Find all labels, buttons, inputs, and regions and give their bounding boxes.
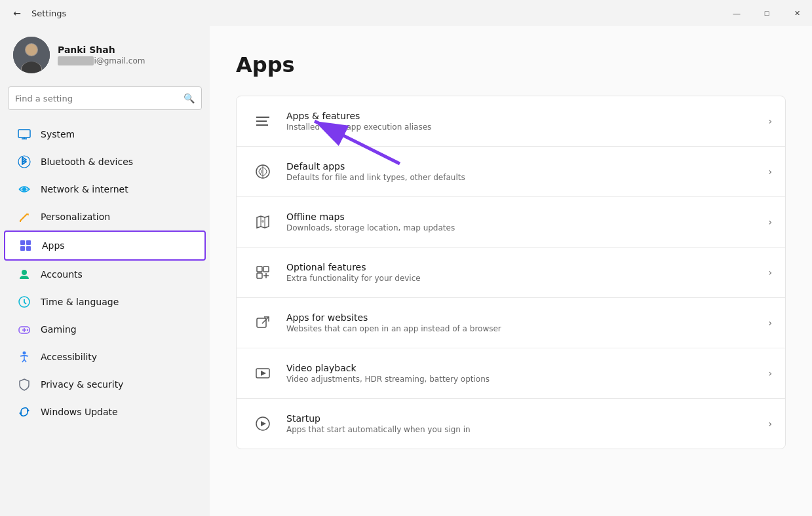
settings-desc-startup: Apps that start automatically when you s… [286,425,768,434]
svg-point-26 [27,329,28,331]
search-box[interactable]: 🔍 [8,86,202,110]
settings-item-startup[interactable]: Startup Apps that start automatically wh… [237,399,785,449]
svg-point-27 [23,352,26,355]
svg-rect-34 [256,120,267,122]
settings-icon-apps-websites [250,310,276,336]
settings-icon-startup [250,411,276,437]
sidebar-item-privacy[interactable]: Privacy & security [4,371,206,398]
svg-rect-15 [20,240,25,245]
nav-icon-personalization [17,210,31,224]
sidebar-item-accessibility[interactable]: Accessibility [4,343,206,371]
svg-rect-18 [26,246,31,251]
close-button[interactable]: ✕ [782,0,812,26]
search-input[interactable] [15,94,178,103]
title-bar: ← Settings — □ ✕ [0,0,812,26]
nav-label-accessibility: Accessibility [41,352,97,362]
settings-title-apps-features: Apps & features [286,111,768,121]
nav-icon-update [17,405,31,419]
settings-desc-offline-maps: Downloads, storage location, map updates [286,223,768,232]
nav-icon-gaming [17,322,31,337]
svg-marker-50 [261,371,266,376]
nav-icon-network [17,182,31,196]
svg-line-30 [24,359,26,362]
chevron-icon-optional-features: › [768,267,772,278]
sidebar-item-time[interactable]: Time & language [4,288,206,316]
svg-marker-52 [261,421,266,426]
window-controls: — □ ✕ [722,0,812,26]
sidebar-nav: System Bluetooth & devices Network & int… [0,120,210,426]
page-title: Apps [236,52,786,77]
maximize-button[interactable]: □ [752,0,782,26]
search-icon: 🔍 [184,93,195,103]
svg-rect-36 [256,117,259,118]
settings-desc-apps-websites: Websites that can open in an app instead… [286,324,768,333]
email-blur: ██████ [58,56,94,65]
chevron-icon-offline-maps: › [768,217,772,227]
svg-line-22 [24,303,26,304]
nav-icon-bluetooth [17,155,31,169]
svg-rect-16 [26,240,31,245]
main-content: Apps Apps & features Installed apps, app… [210,26,812,516]
nav-label-network: Network & internet [41,184,128,194]
settings-title-offline-maps: Offline maps [286,212,768,222]
nav-label-gaming: Gaming [41,324,77,335]
svg-rect-7 [18,130,30,138]
nav-label-time: Time & language [41,297,119,307]
nav-label-privacy: Privacy & security [41,379,123,390]
settings-desc-video-playback: Video adjustments, HDR streaming, batter… [286,375,768,384]
svg-rect-42 [257,267,262,272]
svg-point-41 [261,220,264,223]
nav-icon-accessibility [17,350,31,364]
nav-label-personalization: Personalization [41,212,110,222]
minimize-button[interactable]: — [722,0,752,26]
app-container: Panki Shah ██████i@gmail.com 🔍 System Bl… [0,26,812,516]
chevron-icon-apps-websites: › [768,318,772,328]
sidebar-item-personalization[interactable]: Personalization [4,203,206,230]
settings-icon-apps-features [250,108,276,134]
user-info: Panki Shah ██████i@gmail.com [58,45,145,65]
sidebar: Panki Shah ██████i@gmail.com 🔍 System Bl… [0,26,210,516]
settings-title-apps-websites: Apps for websites [286,312,768,323]
avatar-image [13,37,50,73]
chevron-icon-startup: › [768,418,772,429]
user-email: ██████i@gmail.com [58,56,145,65]
settings-title-optional-features: Optional features [286,262,768,272]
settings-desc-apps-features: Installed apps, app execution aliases [286,122,768,132]
sidebar-item-apps[interactable]: Apps [4,230,206,261]
nav-label-system: System [41,129,75,139]
sidebar-item-update[interactable]: Windows Update [4,398,206,426]
svg-rect-44 [257,273,262,278]
settings-item-optional-features[interactable]: Optional features Extra functionality fo… [237,248,785,298]
svg-point-19 [22,270,27,275]
settings-item-offline-maps[interactable]: Offline maps Downloads, storage location… [237,197,785,248]
settings-item-default-apps[interactable]: Default apps Defaults for file and link … [237,147,785,197]
settings-icon-default-apps [250,158,276,185]
sidebar-item-gaming[interactable]: Gaming [4,316,206,343]
settings-desc-default-apps: Defaults for file and link types, other … [286,173,768,182]
settings-item-video-playback[interactable]: Video playback Video adjustments, HDR st… [237,348,785,399]
avatar [13,37,50,73]
nav-icon-apps [18,238,33,253]
nav-label-bluetooth: Bluetooth & devices [41,157,133,167]
settings-item-apps-features[interactable]: Apps & features Installed apps, app exec… [237,96,785,147]
settings-icon-offline-maps [250,209,276,235]
sidebar-item-network[interactable]: Network & internet [4,175,206,203]
nav-icon-privacy [17,377,31,392]
settings-item-apps-websites[interactable]: Apps for websites Websites that can open… [237,298,785,348]
svg-rect-47 [257,318,266,327]
svg-point-5 [26,44,37,56]
search-container: 🔍 [0,86,210,120]
nav-icon-accounts [17,267,31,282]
settings-icon-optional-features [250,259,276,286]
chevron-icon-default-apps: › [768,166,772,177]
settings-list: Apps & features Installed apps, app exec… [236,96,786,449]
back-button[interactable]: ← [8,4,26,22]
sidebar-item-system[interactable]: System [4,120,206,148]
nav-label-apps: Apps [42,240,65,251]
settings-desc-optional-features: Extra functionality for your device [286,274,768,283]
svg-rect-35 [256,124,268,126]
sidebar-item-accounts[interactable]: Accounts [4,261,206,288]
sidebar-item-bluetooth[interactable]: Bluetooth & devices [4,148,206,175]
chevron-icon-apps-features: › [768,116,772,126]
svg-line-13 [20,214,27,221]
